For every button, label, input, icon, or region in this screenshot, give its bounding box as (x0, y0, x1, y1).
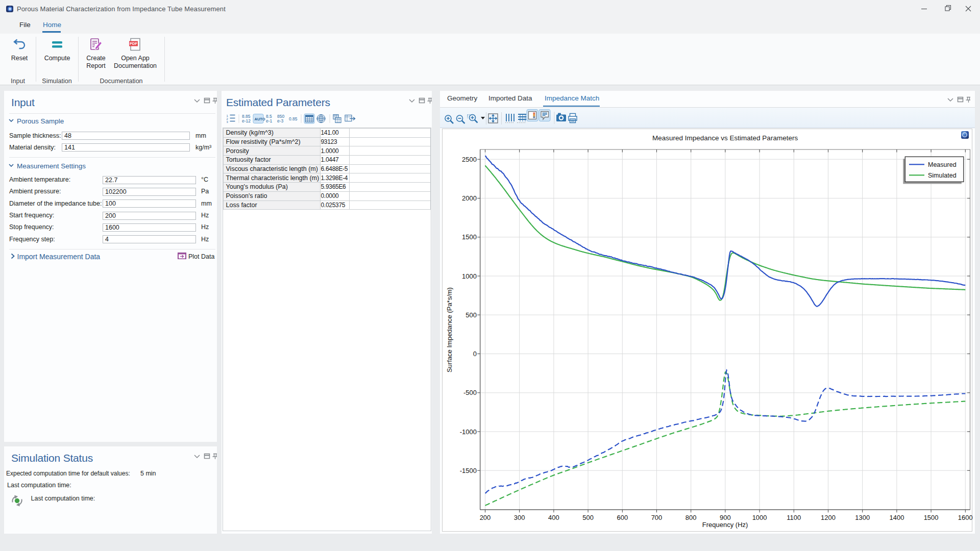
svg-text:1100: 1100 (787, 514, 801, 521)
svg-text:1300: 1300 (855, 514, 870, 521)
svg-text:e-12: e-12 (242, 118, 251, 123)
svg-text:e-1: e-1 (266, 118, 273, 123)
svg-text:200: 200 (480, 514, 491, 521)
svg-text:800: 800 (685, 514, 697, 521)
svg-text:0.85: 0.85 (289, 116, 298, 121)
svg-text:1500: 1500 (924, 514, 939, 521)
svg-text:2000: 2000 (462, 194, 477, 202)
svg-text:1400: 1400 (889, 514, 904, 521)
svg-text:Measured Impedance vs Estimate: Measured Impedance vs Estimated Paramete… (652, 134, 798, 142)
svg-text:900: 900 (720, 514, 731, 521)
svg-text:1000: 1000 (752, 514, 767, 521)
svg-text:1200: 1200 (821, 514, 836, 521)
svg-text:300: 300 (514, 514, 525, 521)
svg-text:e-3: e-3 (277, 118, 284, 123)
svg-text:-1000: -1000 (460, 428, 477, 436)
svg-text:2500: 2500 (462, 156, 477, 163)
svg-text:AUTO: AUTO (255, 117, 265, 121)
svg-text:0: 0 (473, 350, 477, 358)
svg-text:-500: -500 (463, 389, 477, 396)
svg-text:3: 3 (227, 120, 229, 123)
svg-text:Measured: Measured (928, 161, 957, 168)
svg-text:1500: 1500 (462, 233, 477, 241)
svg-text:Simulated: Simulated (928, 172, 957, 179)
svg-text:1000: 1000 (462, 272, 477, 280)
svg-text:700: 700 (651, 514, 663, 521)
svg-text:500: 500 (582, 514, 594, 521)
svg-text:PDF: PDF (130, 41, 137, 46)
svg-text:Frequency (Hz): Frequency (Hz) (702, 521, 748, 529)
svg-text:600: 600 (617, 514, 628, 521)
svg-text:Surface Impedance (Pa*s/m): Surface Impedance (Pa*s/m) (446, 287, 453, 372)
svg-text:1600: 1600 (958, 514, 973, 521)
svg-text:-1500: -1500 (460, 467, 477, 474)
svg-text:400: 400 (548, 514, 559, 521)
svg-text:500: 500 (465, 311, 477, 319)
